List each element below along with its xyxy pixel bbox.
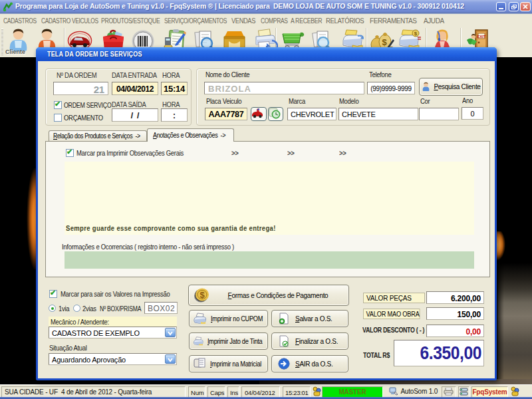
svg-text:$: $ [382,37,387,47]
svg-text:$: $ [200,290,205,300]
svg-text:EXIT: EXIT [477,35,486,39]
svg-text:$: $ [414,31,418,37]
